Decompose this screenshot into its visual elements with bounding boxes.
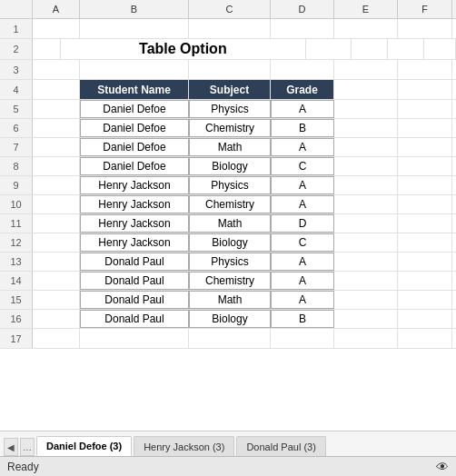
cell[interactable]: Daniel Defoe bbox=[80, 138, 189, 156]
cell[interactable] bbox=[306, 39, 352, 59]
cell[interactable]: Daniel Defoe bbox=[80, 157, 189, 175]
cell[interactable]: Physics bbox=[189, 253, 271, 271]
cell[interactable]: C bbox=[271, 157, 334, 175]
cell[interactable]: Daniel Defoe bbox=[80, 100, 189, 118]
cell[interactable]: C bbox=[271, 233, 334, 252]
cell[interactable] bbox=[398, 195, 452, 213]
cell[interactable] bbox=[334, 195, 398, 213]
cell[interactable]: B bbox=[271, 310, 334, 328]
cell[interactable] bbox=[334, 214, 398, 233]
cell[interactable]: D bbox=[271, 214, 334, 233]
cell[interactable] bbox=[398, 253, 452, 271]
cell[interactable] bbox=[398, 60, 452, 79]
cell[interactable]: Biology bbox=[189, 310, 271, 328]
cell[interactable]: Chemistry bbox=[189, 119, 271, 137]
cell[interactable] bbox=[334, 60, 398, 79]
cell[interactable] bbox=[189, 329, 271, 348]
cell[interactable] bbox=[33, 310, 80, 328]
cell[interactable] bbox=[33, 272, 80, 290]
cell[interactable] bbox=[398, 176, 452, 194]
cell[interactable] bbox=[398, 119, 452, 137]
cell[interactable]: Donald Paul bbox=[80, 310, 189, 328]
cell[interactable] bbox=[33, 100, 80, 118]
sheet-tab-1[interactable]: Henry Jackson (3) bbox=[134, 436, 234, 456]
cell[interactable]: A bbox=[271, 291, 334, 309]
cell[interactable]: Subject bbox=[189, 80, 271, 99]
cell[interactable] bbox=[334, 253, 398, 271]
cell[interactable]: Math bbox=[189, 138, 271, 156]
cell[interactable] bbox=[334, 291, 398, 309]
cell[interactable]: A bbox=[271, 253, 334, 271]
cell[interactable]: Biology bbox=[189, 233, 271, 252]
cell[interactable]: Grade bbox=[271, 80, 334, 99]
cell[interactable] bbox=[398, 272, 452, 290]
sheet-tab-0[interactable]: Daniel Defoe (3) bbox=[36, 436, 132, 456]
cell[interactable] bbox=[398, 214, 452, 233]
cell[interactable] bbox=[388, 39, 424, 59]
cell[interactable]: Henry Jackson bbox=[80, 195, 189, 213]
cell[interactable] bbox=[33, 233, 80, 252]
cell[interactable] bbox=[334, 157, 398, 175]
cell[interactable] bbox=[334, 119, 398, 137]
tab-nav-dots[interactable]: … bbox=[20, 438, 35, 456]
cell[interactable]: Chemistry bbox=[189, 272, 271, 290]
cell[interactable]: Henry Jackson bbox=[80, 176, 189, 194]
cell[interactable]: Donald Paul bbox=[80, 291, 189, 309]
cell[interactable] bbox=[80, 60, 189, 79]
cell[interactable]: Donald Paul bbox=[80, 253, 189, 271]
cell[interactable]: Chemistry bbox=[189, 195, 271, 213]
cell[interactable] bbox=[334, 176, 398, 194]
cell[interactable] bbox=[33, 60, 80, 79]
cell[interactable]: Table Option bbox=[61, 39, 306, 59]
cell[interactable] bbox=[334, 100, 398, 118]
cell[interactable]: A bbox=[271, 138, 334, 156]
cell[interactable]: Student Name bbox=[80, 80, 189, 99]
cell[interactable] bbox=[33, 138, 80, 156]
cell[interactable] bbox=[398, 233, 452, 252]
cell[interactable]: A bbox=[271, 100, 334, 118]
cell[interactable]: Biology bbox=[189, 157, 271, 175]
cell[interactable]: Daniel Defoe bbox=[80, 119, 189, 137]
cell[interactable] bbox=[33, 157, 80, 175]
cell[interactable] bbox=[33, 195, 80, 213]
cell[interactable] bbox=[398, 329, 452, 348]
cell[interactable] bbox=[334, 138, 398, 156]
cell[interactable] bbox=[189, 19, 271, 38]
cell[interactable] bbox=[33, 214, 80, 233]
cell[interactable]: A bbox=[271, 272, 334, 290]
cell[interactable] bbox=[352, 39, 388, 59]
cell[interactable]: Donald Paul bbox=[80, 272, 189, 290]
cell[interactable] bbox=[271, 329, 334, 348]
cell[interactable] bbox=[33, 253, 80, 271]
cell[interactable] bbox=[334, 329, 398, 348]
sheet-tab-2[interactable]: Donald Paul (3) bbox=[236, 436, 325, 456]
cell[interactable] bbox=[80, 329, 189, 348]
cell[interactable] bbox=[271, 19, 334, 38]
cell[interactable] bbox=[33, 176, 80, 194]
cell[interactable] bbox=[33, 80, 80, 99]
cell[interactable] bbox=[33, 119, 80, 137]
cell[interactable]: A bbox=[271, 176, 334, 194]
cell[interactable] bbox=[271, 60, 334, 79]
cell[interactable] bbox=[334, 272, 398, 290]
cell[interactable] bbox=[398, 291, 452, 309]
tab-nav-left[interactable]: ◀ bbox=[4, 438, 18, 456]
cell[interactable] bbox=[398, 80, 452, 99]
cell[interactable]: A bbox=[271, 195, 334, 213]
cell[interactable] bbox=[424, 39, 456, 59]
cell[interactable] bbox=[334, 310, 398, 328]
cell[interactable] bbox=[398, 157, 452, 175]
cell[interactable]: Henry Jackson bbox=[80, 214, 189, 233]
cell[interactable]: B bbox=[271, 119, 334, 137]
cell[interactable] bbox=[334, 233, 398, 252]
cell[interactable] bbox=[398, 310, 452, 328]
cell[interactable] bbox=[334, 19, 398, 38]
cell[interactable] bbox=[334, 80, 398, 99]
cell[interactable]: Physics bbox=[189, 100, 271, 118]
cell[interactable]: Math bbox=[189, 291, 271, 309]
cell[interactable] bbox=[398, 19, 452, 38]
cell[interactable] bbox=[398, 138, 452, 156]
cell[interactable] bbox=[33, 19, 80, 38]
cell[interactable] bbox=[33, 291, 80, 309]
cell[interactable] bbox=[80, 19, 189, 38]
